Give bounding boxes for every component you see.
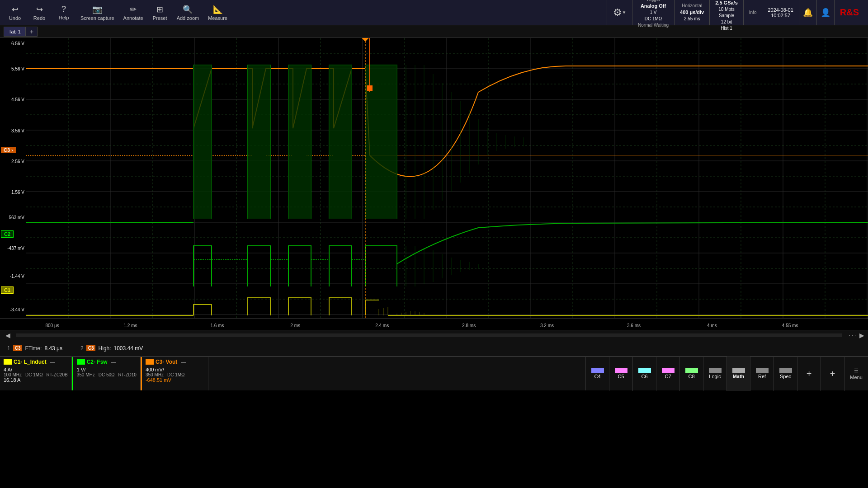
add-channel-button[interactable]: + [797, 357, 821, 391]
svg-rect-45 [288, 65, 311, 219]
x-label-3_6ms: 3.6 ms [627, 323, 641, 328]
scroll-track[interactable] [16, 333, 842, 337]
measurements-bar: 1 C3 FTime: 8.43 μs 2 C3 High: 1003.44 m… [0, 340, 868, 356]
menu-button[interactable]: ☰ Menu [844, 357, 868, 391]
ref-button[interactable]: Ref [750, 357, 774, 391]
tabbar: Tab 1 + [0, 25, 868, 38]
y-axis-labels: 6.56 V 5.56 V 4.56 V 3.56 V C3 › 2.56 V … [0, 38, 26, 318]
c3-channel-label[interactable]: C3 › [1, 147, 16, 153]
c2-channel-label[interactable]: C2 [1, 230, 14, 238]
c6-label: C6 [641, 374, 647, 379]
add-tab-button[interactable]: + [26, 27, 38, 37]
scroll-right-arrow[interactable]: ▶ [859, 332, 864, 339]
c1-scale: 4 A/ [4, 367, 68, 372]
c1-channel-label[interactable]: C1 [1, 286, 14, 294]
y-label-9: -3.44 V [10, 307, 24, 312]
acquisition-bits: 12 bit [721, 19, 732, 25]
hamburger-icon: ☰ [854, 368, 859, 374]
c2-scale: 1 V/ [77, 367, 137, 372]
notification-bell[interactable]: 🔔 [799, 0, 816, 25]
svg-rect-44 [248, 65, 270, 219]
svg-rect-43 [193, 65, 212, 219]
x-label-4_55ms: 4.55 ms [782, 323, 798, 328]
math-button[interactable]: Math [727, 357, 750, 391]
svg-rect-46 [329, 65, 352, 219]
annotate-button[interactable]: ✏ Annotate [120, 3, 147, 23]
c5-label: C5 [618, 374, 624, 379]
c1-color-swatch [4, 359, 12, 365]
c1-probe: RT-ZC20B [47, 372, 68, 377]
info-panel[interactable]: Info [743, 0, 762, 25]
c4-color [591, 368, 604, 373]
tab-1[interactable]: Tab 1 [4, 27, 26, 37]
spec-button[interactable]: Spec [774, 357, 797, 391]
help-label: Help [59, 15, 69, 20]
settings-button[interactable]: ⚙ ▼ [607, 0, 632, 25]
c8-button[interactable]: C8 [680, 357, 703, 391]
c2-color-swatch [77, 359, 85, 365]
y-label-4: 2.56 V [11, 159, 24, 164]
math-label: Math [733, 374, 745, 379]
c2-info[interactable]: C2- Fsw — 1 V/ 350 MHz DC 50Ω RT-ZD10 [72, 357, 141, 390]
redo-button[interactable]: ↪ Redo [28, 3, 51, 23]
plus-icon-2: + [830, 369, 835, 379]
annotate-icon: ✏ [130, 5, 137, 14]
screen-capture-button[interactable]: 📷 Screen capture [77, 3, 118, 23]
c3-color-swatch [146, 359, 154, 365]
datetime-panel: 2024-08-01 10:02:57 [762, 0, 798, 25]
top-right-panels: ⚙ ▼ Trigger Analog Off 1 V DC 1MΩ Normal… [607, 0, 864, 25]
scroll-left-arrow[interactable]: ◀ [4, 332, 12, 339]
meas-name-2: High: [98, 345, 111, 352]
c4-label: C4 [594, 374, 600, 379]
undo-button[interactable]: ↩ Undo [4, 3, 26, 23]
connection-status[interactable]: 👤 [816, 0, 834, 25]
redo-icon: ↪ [36, 5, 43, 14]
x-label-4ms: 4 ms [707, 323, 717, 328]
zoom-icon: 🔍 [183, 5, 193, 14]
horizontal-label: Horizontal [682, 3, 702, 9]
math-color [732, 368, 745, 373]
c3-val: -648.51 mV [146, 377, 204, 383]
c7-button[interactable]: C7 [656, 357, 680, 391]
horizontal-panel[interactable]: Horizontal 400 μs/div 2.55 ms [674, 0, 709, 25]
c1-info[interactable]: C1- L_Induct — 4 A/ 100 MHz DC 1MΩ RT-ZC… [0, 357, 72, 390]
x-label-1_2ms: 1.2 ms [123, 323, 137, 328]
time-value: 10:02:57 [771, 13, 790, 18]
measure-button[interactable]: 📐 Measure [204, 3, 231, 23]
c3-dash: — [181, 359, 186, 365]
measure-icon: 📐 [213, 5, 223, 14]
c2-dash: — [111, 359, 116, 365]
c5-button[interactable]: C5 [609, 357, 633, 391]
c4-button[interactable]: C4 [586, 357, 609, 391]
preset-icon: ⊞ [156, 5, 163, 14]
c3-info[interactable]: C3- Vout — 400 mV/ 350 MHz DC 1MΩ -648.5… [141, 357, 208, 390]
c3-name: C3- Vout [156, 359, 177, 365]
meas-ch-badge-2: C3 [86, 345, 96, 351]
acquisition-pts: 10 Mpts [718, 6, 735, 13]
logic-button[interactable]: Logic [703, 357, 727, 391]
ref-label: Ref [758, 374, 766, 379]
c1-name: C1- L_Induct [14, 359, 47, 365]
c6-button[interactable]: C6 [633, 357, 656, 391]
preset-button[interactable]: ⊞ Preset [149, 3, 171, 23]
y-label-6: 563 mV [9, 215, 24, 220]
c3-coupling: DC 1MΩ [167, 372, 185, 377]
add-zoom-button[interactable]: 🔍 Add zoom [173, 3, 203, 23]
meas-name-1: FTime: [25, 345, 42, 352]
acquisition-panel[interactable]: Acquisition 2.5 GSa/s 10 Mpts Sample 12 … [709, 0, 743, 25]
meas-index-1: 1 [7, 345, 10, 352]
logic-color [709, 368, 722, 373]
svg-rect-93 [367, 85, 373, 91]
c7-label: C7 [665, 374, 671, 379]
add-zoom-label: Add zoom [177, 15, 199, 21]
measure-label: Measure [208, 15, 227, 21]
scope-area: 6.56 V 5.56 V 4.56 V 3.56 V C3 › 2.56 V … [0, 38, 868, 318]
spec-label: Spec [780, 374, 791, 379]
add-channel-button-2[interactable]: + [821, 357, 844, 391]
toolbar: ↩ Undo ↪ Redo ? Help 📷 Screen capture ✏ … [0, 0, 868, 25]
trigger-panel[interactable]: Trigger Analog Off 1 V DC 1MΩ Normal Wai… [632, 0, 674, 25]
c2-probe: RT-ZD10 [118, 372, 137, 377]
help-button[interactable]: ? Help [52, 3, 75, 22]
scope-svg [26, 38, 868, 318]
trigger-state: Normal Waiting [638, 22, 669, 28]
